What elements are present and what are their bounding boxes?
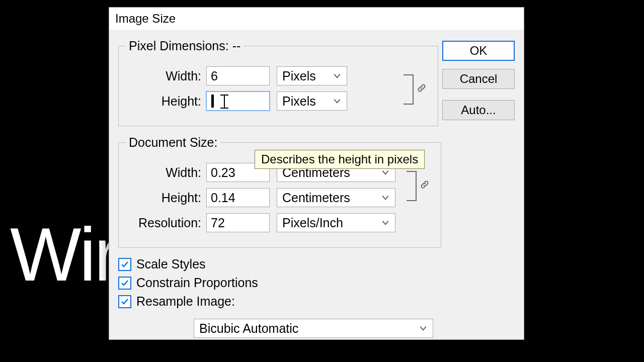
scale-styles-checkbox[interactable]: Scale Styles (118, 257, 435, 272)
side-buttons: OK Cancel Auto... (442, 41, 515, 128)
auto-button[interactable]: Auto... (442, 100, 515, 120)
checkbox-icon (118, 295, 131, 308)
chevron-down-icon (381, 168, 390, 177)
resample-label: Resample Image: (136, 294, 235, 309)
pixel-height-input[interactable] (206, 92, 270, 111)
chevron-down-icon (333, 71, 342, 80)
resolution-unit-select[interactable]: Pixels/Inch (277, 213, 395, 232)
resample-image-checkbox[interactable]: Resample Image: (118, 294, 435, 309)
pixel-height-label: Height: (126, 94, 201, 109)
link-bracket-icon (407, 171, 417, 201)
pixel-width-label: Width: (126, 69, 201, 83)
resolution-label: Resolution: (126, 216, 201, 230)
doc-width-label: Width: (126, 165, 201, 180)
pixel-width-unit-value: Pixels (282, 69, 316, 83)
resolution-input[interactable] (206, 213, 270, 232)
resample-method-select[interactable]: Bicubic Automatic (194, 319, 433, 338)
resample-method-value: Bicubic Automatic (199, 321, 298, 336)
cancel-button[interactable]: Cancel (442, 69, 515, 89)
text-selection-caret (211, 95, 214, 108)
chevron-down-icon (381, 218, 390, 227)
constrain-proportions-checkbox[interactable]: Constrain Proportions (118, 276, 435, 290)
close-button[interactable] (502, 8, 524, 30)
pixel-height-unit-value: Pixels (282, 94, 316, 109)
height-tooltip: Describes the height in pixels (255, 150, 425, 169)
doc-height-unit-select[interactable]: Centimeters (277, 188, 395, 207)
doc-height-unit-value: Centimeters (282, 191, 350, 205)
titlebar: Image Size (109, 8, 524, 30)
pixel-dimensions-legend: Pixel Dimensions: -- (126, 39, 244, 53)
doc-height-label: Height: (126, 191, 201, 205)
image-size-dialog: Image Size OK Cancel Auto... Pixel Dimen… (109, 7, 524, 340)
dialog-title: Image Size (109, 12, 182, 26)
checkbox-icon (118, 277, 131, 290)
resolution-unit-value: Pixels/Inch (282, 216, 343, 230)
background-watermark-text: Wir (10, 211, 117, 298)
scale-styles-label: Scale Styles (136, 257, 206, 272)
constrain-label: Constrain Proportions (136, 276, 258, 290)
link-bracket-icon (404, 74, 414, 105)
chain-link-icon[interactable] (417, 83, 427, 96)
document-size-legend: Document Size: (126, 135, 220, 150)
ok-button[interactable]: OK (442, 41, 515, 61)
pixel-width-unit-select[interactable]: Pixels (277, 66, 347, 85)
pixel-width-input[interactable] (206, 66, 270, 85)
chain-link-icon[interactable] (420, 179, 430, 193)
checkbox-group: Scale Styles Constrain Proportions Resam… (118, 257, 435, 309)
doc-height-input[interactable] (206, 188, 270, 207)
checkbox-icon (118, 258, 131, 271)
dialog-body: OK Cancel Auto... Pixel Dimensions: -- W… (109, 30, 524, 339)
chevron-down-icon (381, 193, 390, 202)
chevron-down-icon (419, 324, 428, 333)
pixel-dimensions-group: Pixel Dimensions: -- Width: Pixels Heigh… (118, 39, 438, 126)
pixel-height-unit-select[interactable]: Pixels (277, 92, 347, 111)
chevron-down-icon (333, 97, 342, 106)
